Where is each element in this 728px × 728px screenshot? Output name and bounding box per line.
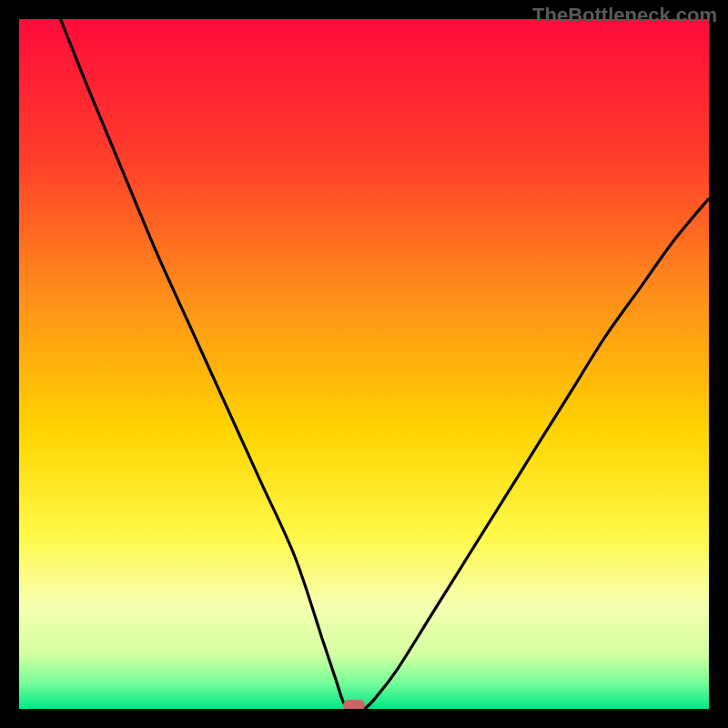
optimal-point-marker — [343, 700, 365, 709]
watermark-text: TheBottleneck.com — [532, 4, 717, 27]
bottleneck-curve — [19, 19, 709, 709]
bottleneck-chart — [19, 19, 709, 709]
